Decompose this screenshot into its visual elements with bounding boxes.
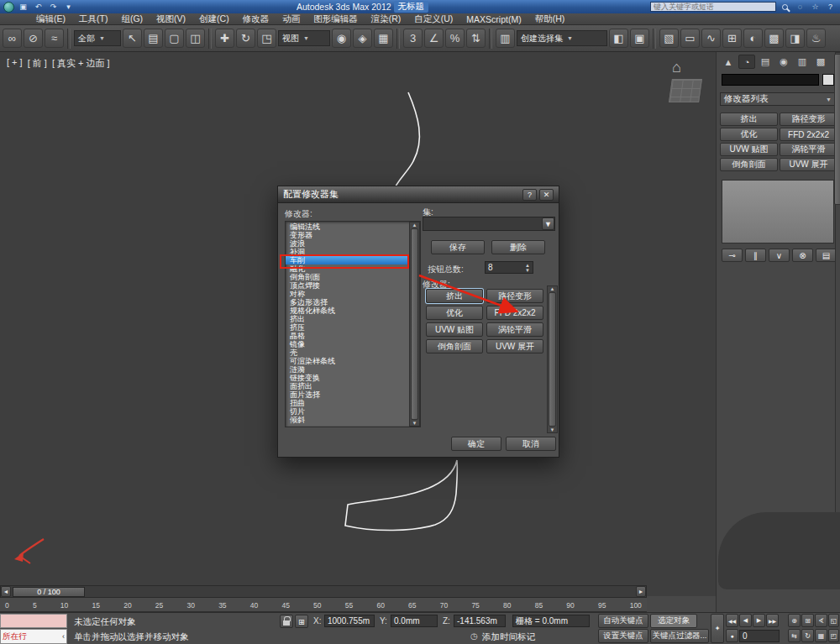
field-of-view-icon[interactable]: ∢ (815, 614, 827, 627)
dialog-title-bar[interactable]: 配置修改器集 ? ✕ (278, 186, 559, 203)
scrollbar-thumb[interactable] (549, 292, 556, 427)
zoom-all-icon[interactable]: ⊞ (801, 614, 814, 627)
percent-snap-icon[interactable]: % (445, 29, 465, 48)
select-object-icon[interactable]: ↖ (123, 29, 142, 48)
cancel-button[interactable]: 取消 (506, 437, 556, 451)
orbit-icon[interactable]: ↻ (801, 629, 814, 642)
scroll-up-icon[interactable]: ▲ (550, 286, 555, 291)
absolute-offset-toggle[interactable]: ⊞ (295, 615, 308, 628)
maxscript-mini-listener-line[interactable]: 所在行 ‹ (0, 629, 67, 644)
select-and-link-icon[interactable]: ∞ (3, 29, 22, 48)
add-time-tag[interactable]: 添加时间标记 (482, 631, 535, 643)
tab-hierarchy-icon[interactable]: ▤ (757, 55, 774, 69)
help-icon[interactable]: ? (824, 2, 837, 13)
menu-create[interactable]: 创建(C) (193, 13, 235, 26)
menu-graph-editors[interactable]: 图形编辑器 (307, 13, 364, 26)
list-item-selected[interactable]: 车削 (286, 256, 409, 264)
scroll-down-icon[interactable]: ▼ (412, 421, 417, 426)
panel-btn-optimize[interactable]: 优化 (720, 128, 778, 141)
tab-utilities-icon[interactable]: ▩ (812, 55, 829, 69)
undo-icon[interactable]: ↶ (32, 2, 45, 13)
tab-create-icon[interactable]: ▲ (720, 55, 737, 69)
panel-btn-uvw-map[interactable]: UVW 贴图 (720, 143, 778, 156)
track-bar[interactable]: ◂ 0 / 100 ▸ (0, 585, 647, 598)
menu-modifiers[interactable]: 修改器 (237, 13, 276, 26)
list-item[interactable]: 挤压 (286, 323, 409, 332)
menu-views[interactable]: 视图(V) (150, 13, 192, 26)
scrollbar-thumb[interactable] (834, 54, 840, 205)
favorites-star-icon[interactable]: ☆ (809, 2, 822, 13)
menu-edit[interactable]: 编辑(E) (30, 13, 71, 26)
scroll-up-icon[interactable]: ▲ (412, 223, 417, 228)
spinner-arrows-icon[interactable]: ▲▼ (525, 263, 530, 273)
reference-coordinate-system-dropdown[interactable]: 视图▼ (278, 30, 330, 46)
community-icon[interactable]: ◌ (794, 2, 806, 13)
grid-btn-path-deform[interactable]: 路径变形 (486, 289, 543, 303)
list-item[interactable]: 编辑法线 (286, 223, 409, 231)
set-keys-button[interactable]: ✦ (711, 614, 724, 643)
list-item[interactable]: 补洞 (286, 248, 409, 256)
object-name-field[interactable] (722, 74, 819, 86)
mirror-icon[interactable]: ◧ (609, 29, 628, 48)
remove-modifier-icon[interactable]: ⊗ (792, 249, 813, 262)
list-item[interactable]: 融化 (286, 264, 409, 273)
keyboard-shortcut-override-icon[interactable]: ▦ (374, 29, 393, 48)
select-and-scale-icon[interactable]: ◳ (257, 29, 276, 48)
menu-group[interactable]: 组(G) (115, 13, 149, 26)
dialog-close-button[interactable]: ✕ (539, 189, 554, 201)
list-item[interactable]: 扭曲 (286, 399, 409, 407)
panel-scrollbar[interactable] (835, 52, 840, 589)
snap-toggle-3d-icon[interactable]: 3 (403, 29, 423, 48)
search-icon[interactable] (779, 2, 791, 13)
auto-key-button[interactable]: 自动关键点 (598, 614, 648, 628)
scroll-down-icon[interactable]: ▼ (550, 427, 555, 432)
list-item[interactable]: 面挤出 (286, 382, 409, 390)
listener-scroll-left-icon[interactable]: ‹ (62, 632, 65, 641)
menu-rendering[interactable]: 渲染(R) (365, 13, 407, 26)
menu-maxscript[interactable]: MAXScript(M) (460, 13, 527, 25)
object-color-swatch[interactable] (822, 74, 834, 86)
x-coordinate-field[interactable]: 1000.755m (324, 615, 375, 627)
list-item[interactable]: 波浪 (286, 239, 409, 248)
grid-btn-unwrap-uvw[interactable]: UVW 展开 (486, 339, 543, 353)
selection-filter-dropdown[interactable]: 全部▼ (74, 30, 121, 46)
maximize-viewport-toggle-icon[interactable]: ◰ (828, 629, 839, 642)
grid-btn-ffd-2x2x2[interactable]: FFD 2x2x2 (486, 306, 543, 320)
delete-button[interactable]: 删除 (491, 240, 545, 254)
list-item[interactable]: 晶格 (286, 332, 409, 340)
graphite-modeling-tools-icon[interactable]: ▭ (680, 29, 700, 48)
list-item[interactable]: 顶点焊接 (286, 281, 409, 290)
render-production-icon[interactable]: ♨ (806, 29, 826, 48)
panel-btn-turbosmooth[interactable]: 涡轮平滑 (780, 143, 837, 156)
layer-manager-icon[interactable]: ▧ (659, 29, 679, 48)
time-ruler[interactable]: 0 5 10 15 20 25 30 35 40 45 50 55 60 65 … (0, 598, 647, 612)
previous-frame-icon[interactable]: ◀ (739, 614, 752, 627)
make-unique-icon[interactable]: ∨ (769, 249, 790, 262)
save-button[interactable]: 保存 (431, 240, 485, 254)
rectangular-selection-region-icon[interactable]: ▢ (165, 29, 184, 48)
viewcube[interactable]: ⌂ (664, 59, 709, 107)
list-item[interactable]: 倾斜 (286, 416, 409, 424)
current-frame-field[interactable]: 0 (739, 630, 780, 642)
tab-display-icon[interactable]: ▥ (794, 55, 811, 69)
list-item[interactable]: 链接变换 (286, 374, 409, 382)
zoom-icon[interactable]: ⊕ (788, 614, 801, 627)
panel-btn-extrude[interactable]: 挤出 (720, 113, 778, 126)
search-input[interactable] (650, 2, 776, 12)
list-item[interactable]: 面片选择 (286, 390, 409, 399)
render-setup-icon[interactable]: ▩ (764, 29, 784, 48)
bind-to-space-warp-icon[interactable]: ≈ (45, 29, 64, 48)
redo-icon[interactable]: ↷ (47, 2, 60, 13)
viewcube-face[interactable] (669, 79, 702, 102)
set-key-button[interactable]: 设置关键点 (598, 629, 648, 643)
tab-motion-icon[interactable]: ◉ (775, 55, 792, 69)
list-item[interactable]: 挤出 (286, 315, 409, 323)
menu-animation[interactable]: 动画 (276, 13, 306, 26)
save-icon[interactable]: ▣ (17, 2, 29, 13)
workspace-dropdown-icon[interactable]: ▾ (62, 2, 75, 13)
select-and-manipulate-icon[interactable]: ◈ (353, 29, 372, 48)
panel-btn-ffd-2x2x2[interactable]: FFD 2x2x2 (780, 128, 837, 141)
go-to-start-icon[interactable]: ◀◀ (726, 614, 738, 627)
group-scrollbar[interactable]: ▲▼ (547, 285, 558, 433)
align-icon[interactable]: ▣ (630, 29, 649, 48)
